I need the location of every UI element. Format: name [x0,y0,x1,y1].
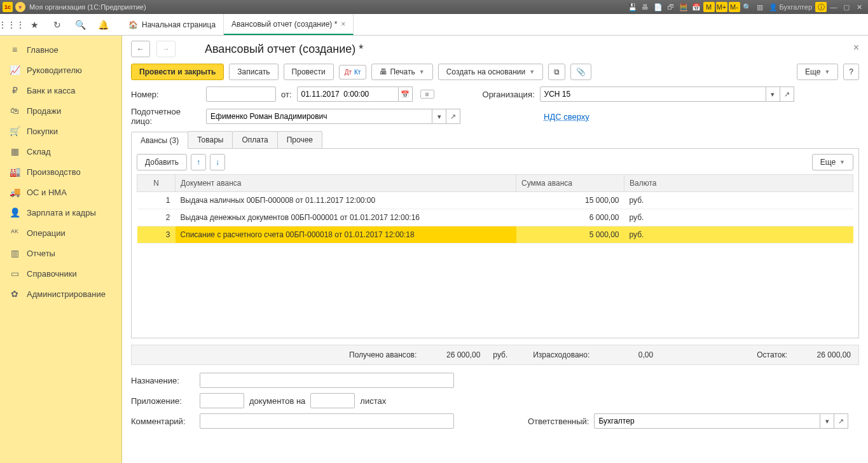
date-extra-icon[interactable]: ≡ [420,90,434,99]
calc-icon[interactable]: 🧮 [678,2,689,12]
sidebar-item-reports[interactable]: ▥Отчеты [0,243,121,263]
save-icon[interactable]: 💾 [627,2,638,12]
back-button[interactable]: ← [131,41,150,57]
purpose-input[interactable] [200,373,454,388]
table-row[interactable]: 2 Выдача денежных документов 00БП-000001… [137,209,853,226]
current-user[interactable]: 👤 Бухгалтер [769,3,813,11]
person-icon: 👤 [9,207,20,218]
bars-icon: ▥ [9,248,20,258]
process-button[interactable]: Провести [284,64,334,80]
help-button[interactable]: ? [843,64,859,80]
table-row[interactable]: 1 Выдача наличных 00БП-000008 от 01.11.2… [137,192,853,209]
tree-icon: ⧉ [554,67,560,76]
org-input[interactable] [540,86,766,102]
sidebar-item-assets[interactable]: 🚚ОС и НМА [0,182,121,202]
date-input[interactable] [297,86,399,102]
sidebar-item-main[interactable]: ≡Главное [0,39,121,60]
print-icon[interactable]: 🖶 [640,2,651,12]
tab-other[interactable]: Прочее [277,131,322,148]
responsible-open-icon[interactable]: ↗ [834,413,848,429]
table-more-button[interactable]: Еще▼ [812,154,853,170]
copy-icon[interactable]: 📄 [652,2,664,12]
save-button[interactable]: Записать [229,64,278,80]
tab-home[interactable]: 🏠 Начальная страница [121,14,224,35]
print-button[interactable]: 🖶Печать▼ [371,64,432,80]
tab-home-label: Начальная страница [142,20,216,29]
org-dropdown-icon[interactable]: ▾ [766,86,780,102]
close-window-icon[interactable]: ✕ [853,2,865,12]
move-up-button[interactable]: ↑ [191,154,206,170]
from-label: от: [281,90,292,99]
more-button[interactable]: Еще▼ [797,64,838,80]
apps-icon[interactable]: ⋮⋮⋮ [3,16,20,34]
sidebar-item-operations[interactable]: ᴬᴷОперации [0,223,121,243]
attach-button[interactable]: 📎 [570,64,591,80]
truck-icon: 🚚 [9,187,20,197]
notifications-icon[interactable]: 🔔 [94,16,112,34]
process-and-close-button[interactable]: Провести и закрыть [131,64,224,80]
table-row-selected[interactable]: 3 Списание с расчетного счета 00БП-00001… [137,226,853,244]
col-cur[interactable]: Валюта [624,175,853,192]
sidebar-item-catalogs[interactable]: ▭Справочники [0,263,121,284]
col-doc[interactable]: Документ аванса [176,175,516,192]
m-plus-button[interactable]: M+ [716,2,727,12]
history-icon[interactable]: ↻ [48,16,66,34]
calendar-picker-icon[interactable]: 📅 [399,86,413,102]
sidebar-item-warehouse[interactable]: ▦Склад [0,141,121,162]
paperclip-icon: 📎 [576,67,586,76]
add-row-button[interactable]: Добавить [137,154,187,170]
sidebar-item-admin[interactable]: ✿Администрирование [0,284,121,304]
person-open-icon[interactable]: ↗ [446,109,460,124]
forward-button[interactable]: → [156,41,176,57]
sidebar-item-bank[interactable]: ₽Банк и касса [0,80,121,100]
attachment-label: Приложение: [131,396,195,406]
favorite-icon[interactable]: ★ [25,16,43,34]
tab-payment[interactable]: Оплата [232,131,277,148]
tab-close-icon[interactable]: × [341,20,345,29]
comment-input[interactable] [200,413,454,429]
comment-label: Комментарий: [131,417,195,426]
create-based-on-button[interactable]: Создать на основании▼ [438,64,543,80]
sidebar-item-sales[interactable]: 🛍Продажи [0,100,121,121]
minimize-icon[interactable]: — [828,2,839,12]
info-icon[interactable]: ⓘ [815,2,827,12]
sidebar-item-manager[interactable]: 📈Руководителю [0,60,121,80]
responsible-input[interactable] [594,413,820,429]
close-form-icon[interactable]: × [853,42,859,53]
person-dropdown-icon[interactable]: ▾ [432,109,446,124]
col-n[interactable]: N [137,175,176,192]
search-icon[interactable]: 🔍 [71,16,89,34]
advances-table: N Документ аванса Сумма аванса Валюта 1 … [137,174,853,244]
responsible-label: Ответственный: [528,417,589,426]
col-sum[interactable]: Сумма аванса [516,175,624,192]
responsible-dropdown-icon[interactable]: ▾ [820,413,834,429]
tab-advances[interactable]: Авансы (3) [131,132,188,149]
app-menu-dropdown-icon[interactable]: ▾ [15,2,25,12]
main-toolbar: ⋮⋮⋮ ★ ↻ 🔍 🔔 🏠 Начальная страница Авансов… [0,14,868,36]
tab-advance-report[interactable]: Авансовый отчет (создание) * × [224,14,354,35]
person-input[interactable] [206,109,432,124]
maximize-icon[interactable]: ▢ [841,2,852,12]
tab-goods[interactable]: Товары [188,131,233,148]
gear-icon: ✿ [9,289,20,299]
number-input[interactable] [206,86,276,102]
zoom-icon[interactable]: 🔍 [741,2,753,12]
org-open-icon[interactable]: ↗ [780,86,794,102]
m-minus-button[interactable]: M- [729,2,740,12]
attachment-docs-input[interactable] [200,393,244,408]
structure-button[interactable]: ⧉ [548,64,565,80]
nds-link[interactable]: НДС сверху [544,112,589,121]
received-currency: руб. [493,350,507,359]
attachment-sheets-input[interactable] [310,393,355,408]
calendar-icon[interactable]: 📅 [691,2,702,12]
move-down-button[interactable]: ↓ [210,154,225,170]
dtkt-button[interactable]: ДтКт [339,65,367,79]
dtkt-icon: ᴬᴷ [9,228,20,238]
m-button[interactable]: M [703,2,715,12]
sidebar-item-purchases[interactable]: 🛒Покупки [0,121,121,141]
compare-icon[interactable]: 🗗 [665,2,677,12]
cart-icon: 🛒 [9,126,20,136]
sidebar-item-payroll[interactable]: 👤Зарплата и кадры [0,202,121,223]
sidebar-item-production[interactable]: 🏭Производство [0,162,121,182]
panel-icon[interactable]: ▥ [754,2,766,12]
